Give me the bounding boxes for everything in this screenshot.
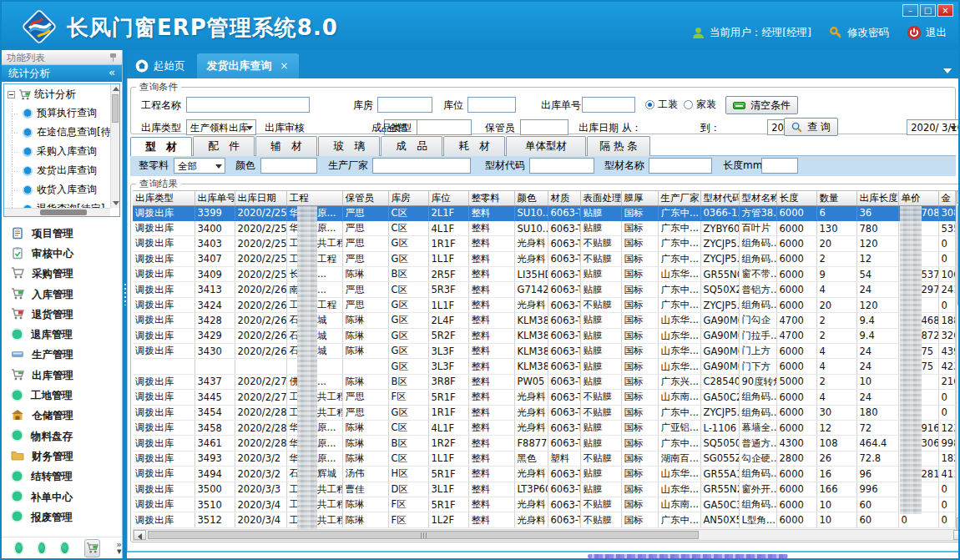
radio-work-clothes[interactable]: 工装 xyxy=(645,98,678,112)
table-row[interactable]: 调拨出库34542020/2/28工共工程严思G区1R1F整料光身料6063-T… xyxy=(133,405,955,420)
table-row[interactable]: 调拨出库34302020/2/26石城陈琳G区3L3F整料KLM38176063… xyxy=(133,344,955,359)
project-name-input[interactable] xyxy=(186,97,310,113)
close-button[interactable]: × xyxy=(937,4,953,17)
column-header-长度[interactable]: 长度 xyxy=(776,191,816,205)
tree-scroll-thumb[interactable] xyxy=(112,94,119,123)
table-row[interactable]: 调拨出库34032020/2/25工共工程严思G区1R1F整料光身料6063-T… xyxy=(133,236,955,251)
column-header-单价[interactable]: 单价 xyxy=(898,191,938,205)
expander-icon[interactable] xyxy=(8,91,15,98)
overflow-chevron[interactable]: »▾ xyxy=(116,542,122,555)
tree-root[interactable]: 统计分析 xyxy=(4,84,119,103)
scroll-up-icon[interactable] xyxy=(113,87,119,91)
menu-item-退库管理[interactable]: 退库管理 xyxy=(2,325,122,345)
scroll-left-button[interactable] xyxy=(134,530,146,540)
column-header-工程[interactable]: 工程 xyxy=(286,191,342,205)
table-row[interactable]: 调拨出库34582020/2/28华原...陈琳C区4L1F整料光身料6063-… xyxy=(133,420,955,435)
product-type-input[interactable] xyxy=(417,119,472,135)
tree-item-采购入库查询[interactable]: 采购入库查询 xyxy=(4,142,119,161)
table-row[interactable]: 调拨出库34452020/2/27工共工程严思F区5R1F整料光身料6063-T… xyxy=(133,390,955,405)
tree-vertical-scrollbar[interactable] xyxy=(110,84,119,208)
tree-item-在途信息查询[待[interactable]: 在途信息查询[待 xyxy=(4,123,119,142)
column-header-出库长度[interactable]: 出库长度 xyxy=(856,191,898,205)
column-header-数量[interactable]: 数量 xyxy=(816,191,856,205)
whole-part-select[interactable]: 全部 xyxy=(174,158,225,174)
sidebar-splitter[interactable] xyxy=(123,50,127,558)
order-no-input[interactable] xyxy=(582,97,635,113)
menu-item-物料盘存[interactable]: 物料盘存 xyxy=(2,426,122,446)
table-row[interactable]: 调拨出库35122020/3/4工共工程陈琳F区1L2F整料光身料6063-T5… xyxy=(133,512,955,527)
column-header-保管员[interactable]: 保管员 xyxy=(342,191,388,205)
menu-item-结转管理[interactable]: 结转管理 xyxy=(2,467,122,487)
tab-outbound-query[interactable]: 发货出库查询 × xyxy=(197,53,299,78)
cart-toolbar-button[interactable] xyxy=(84,539,100,557)
grid-horizontal-scrollbar[interactable] xyxy=(133,529,960,541)
table-row[interactable]: 调拨出库34612020/2/28华原...陈琳B区1R2F整料F8877FT6… xyxy=(133,436,955,451)
menu-item-项目管理[interactable]: 项目管理 xyxy=(2,224,122,244)
tab-overflow-icon[interactable] xyxy=(943,68,952,73)
grid-hscroll-thumb[interactable] xyxy=(148,531,699,539)
table-row[interactable]: 调拨出库34292020/2/26石城陈琳G区5R2F整料KLM38176063… xyxy=(133,328,955,343)
table-row[interactable]: 调拨出库34932020/3/2华原...陈琳C区1L1F整料黑色塑料不贴膜国标… xyxy=(133,451,955,466)
table-row[interactable]: 调拨出库34942020/3/2石辉城汤伟H区5R1F整料光身料6063-T5贴… xyxy=(133,467,955,482)
column-header-库位[interactable]: 库位 xyxy=(428,191,468,205)
material-tab-成品[interactable]: 成 品 xyxy=(381,136,442,156)
menu-item-补单中心[interactable]: 补单中心 xyxy=(2,487,122,507)
table-row[interactable]: 调拨出库33992020/2/25华原...严思C区2L1F整料SU10...6… xyxy=(133,205,955,220)
menu-item-退货管理[interactable]: 退货管理 xyxy=(2,305,122,325)
clear-conditions-button[interactable]: 清空条件 xyxy=(725,96,798,114)
column-header-膜厚[interactable]: 膜厚 xyxy=(621,191,658,205)
menu-item-仓储管理[interactable]: 仓储管理 xyxy=(2,406,122,426)
logout[interactable]: 退出 xyxy=(907,25,947,40)
tree-item-发货出库查询[interactable]: 发货出库查询 xyxy=(4,161,119,180)
menu-item-出库管理[interactable]: 出库管理 xyxy=(2,366,122,386)
scroll-up-button[interactable] xyxy=(957,191,960,204)
tab-close-icon[interactable]: × xyxy=(280,60,289,72)
column-header-型材代码[interactable]: 型材代码 xyxy=(700,191,739,205)
grid-vertical-scrollbar[interactable] xyxy=(956,191,960,529)
column-header-型材名称[interactable]: 型材名称 xyxy=(739,191,776,205)
menu-item-生产管理[interactable]: 生产管理 xyxy=(2,346,122,366)
table-row[interactable]: 调拨出库34132020/2/26南...严思C区5R3F整料G71422606… xyxy=(133,282,955,297)
menu-item-采购管理[interactable]: 采购管理 xyxy=(2,265,122,285)
pin-icon[interactable] xyxy=(109,53,117,62)
column-header-颜色[interactable]: 颜色 xyxy=(514,191,548,205)
material-tab-玻璃[interactable]: 玻 璃 xyxy=(318,136,380,156)
name-input[interactable] xyxy=(649,158,712,174)
menu-item-财务管理[interactable]: 财务管理 xyxy=(2,446,122,467)
change-password[interactable]: 修改密码 xyxy=(829,26,889,40)
keeper-input[interactable] xyxy=(520,119,568,135)
table-row[interactable]: 调拨出库34072020/2/25工工程严思G区1L1F整料光身料6063-T5… xyxy=(133,251,955,266)
warehouse-input[interactable] xyxy=(377,97,432,113)
menu-item-入库管理[interactable]: 入库管理 xyxy=(2,285,122,305)
sidebar-section-title[interactable]: 统计分析 « xyxy=(2,65,122,82)
collapse-icon[interactable]: « xyxy=(109,66,115,78)
table-row[interactable]: 调拨出库35002020/3/3工共工程曹佳D区3L1F整料LT3P606063… xyxy=(133,482,955,497)
green-dot-icon[interactable] xyxy=(15,542,23,553)
table-row[interactable]: 调拨出库34092020/2/25长...陈琳B区2R5F整料LI35HD606… xyxy=(133,267,955,282)
column-header-金[interactable]: 金 xyxy=(938,191,955,205)
scroll-down-button[interactable] xyxy=(957,517,960,529)
material-tab-型材[interactable]: 型 材 xyxy=(130,137,192,157)
maker-input[interactable] xyxy=(372,158,471,174)
table-row[interactable]: 调拨出库35102020/3/4工共工程陈琳F区5R1F整料光身料6063-T5… xyxy=(133,497,955,512)
code-input[interactable] xyxy=(529,158,594,174)
column-header-整零料[interactable]: 整零料 xyxy=(468,191,514,205)
menu-item-报废管理[interactable]: 报废管理 xyxy=(2,507,122,527)
material-tab-单体型材[interactable]: 单体型材 xyxy=(506,136,586,156)
scroll-down-icon[interactable] xyxy=(113,201,119,205)
column-header-出库日期[interactable]: 出库日期 xyxy=(235,191,286,205)
table-row[interactable]: 调拨出库34282020/2/26石城陈琳G区2L4F整料KLM38176063… xyxy=(133,313,955,328)
tree-item-收货入库查询[interactable]: 收货入库查询 xyxy=(4,180,119,199)
date-to-select[interactable]: 2020/ 3/16 xyxy=(907,119,960,135)
location-input[interactable] xyxy=(467,97,516,113)
minimize-button[interactable]: – xyxy=(902,4,918,17)
color-input[interactable] xyxy=(260,158,317,174)
outbound-type-select[interactable]: 生产领料出库 xyxy=(186,119,256,135)
length-input[interactable] xyxy=(761,158,798,174)
scroll-right-button[interactable] xyxy=(953,530,960,540)
radio-home-decor[interactable]: 家装 xyxy=(684,98,716,112)
menu-item-工地管理[interactable]: 工地管理 xyxy=(2,386,122,406)
material-tab-辅材[interactable]: 辅 材 xyxy=(255,136,317,156)
column-header-表面处理[interactable]: 表面处理 xyxy=(580,191,621,205)
green-dot-icon[interactable] xyxy=(61,542,68,553)
